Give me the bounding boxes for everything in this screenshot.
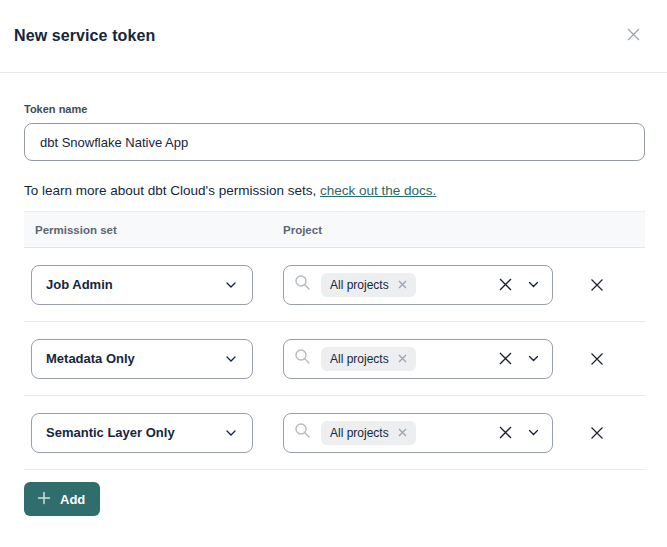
search-icon [294, 422, 311, 443]
permission-set-select[interactable]: Job Admin [31, 265, 253, 305]
project-chip-label: All projects [330, 278, 389, 292]
chevron-down-icon [225, 425, 237, 440]
table-row: Job Admin All projects [24, 248, 645, 322]
new-service-token-modal: New service token Token name To learn mo… [0, 0, 667, 547]
project-chip: All projects [321, 421, 416, 445]
project-chip-label: All projects [330, 352, 389, 366]
remove-row-button[interactable] [586, 274, 608, 296]
modal-title: New service token [14, 27, 155, 45]
project-multiselect[interactable]: All projects [283, 339, 553, 379]
add-button-label: Add [60, 492, 85, 507]
project-chip: All projects [321, 347, 416, 371]
plus-icon [37, 491, 51, 508]
table-header-row: Permission set Project [24, 211, 645, 248]
token-name-input[interactable] [24, 123, 645, 161]
modal-content: Token name To learn more about dbt Cloud… [0, 103, 667, 516]
add-row-button[interactable]: Add [24, 482, 100, 516]
table-row: Semantic Layer Only All projects [24, 396, 645, 470]
chip-remove-icon[interactable] [398, 354, 407, 363]
help-text-static: To learn more about dbt Cloud's permissi… [24, 183, 320, 198]
permission-set-value: Semantic Layer Only [46, 425, 175, 440]
table-row: Metadata Only All projects [24, 322, 645, 396]
search-icon [294, 348, 311, 369]
search-icon [294, 274, 311, 295]
permission-set-select[interactable]: Metadata Only [31, 339, 253, 379]
chip-remove-icon[interactable] [398, 280, 407, 289]
chevron-down-icon [225, 277, 237, 292]
clear-selection-button[interactable] [498, 425, 513, 440]
project-chevron-down-icon[interactable] [528, 281, 539, 288]
chevron-down-icon [225, 351, 237, 366]
permission-table: Permission set Project Job Admin All pro [24, 211, 645, 470]
project-chevron-down-icon[interactable] [528, 355, 539, 362]
permission-help-text: To learn more about dbt Cloud's permissi… [24, 183, 645, 198]
close-button[interactable] [621, 24, 645, 48]
remove-row-button[interactable] [586, 422, 608, 444]
clear-selection-button[interactable] [498, 351, 513, 366]
docs-link[interactable]: check out the docs. [320, 183, 436, 198]
project-multiselect[interactable]: All projects [283, 265, 553, 305]
token-name-label: Token name [24, 103, 645, 115]
column-header-project: Project [283, 224, 322, 236]
project-chevron-down-icon[interactable] [528, 429, 539, 436]
permission-set-value: Metadata Only [46, 351, 135, 366]
permission-set-value: Job Admin [46, 277, 113, 292]
clear-selection-button[interactable] [498, 277, 513, 292]
column-header-permission-set: Permission set [24, 224, 283, 236]
chip-remove-icon[interactable] [398, 428, 407, 437]
modal-header: New service token [0, 0, 667, 73]
project-chip-label: All projects [330, 426, 389, 440]
close-icon [625, 26, 642, 46]
remove-row-button[interactable] [586, 348, 608, 370]
permission-set-select[interactable]: Semantic Layer Only [31, 413, 253, 453]
project-multiselect[interactable]: All projects [283, 413, 553, 453]
project-chip: All projects [321, 273, 416, 297]
